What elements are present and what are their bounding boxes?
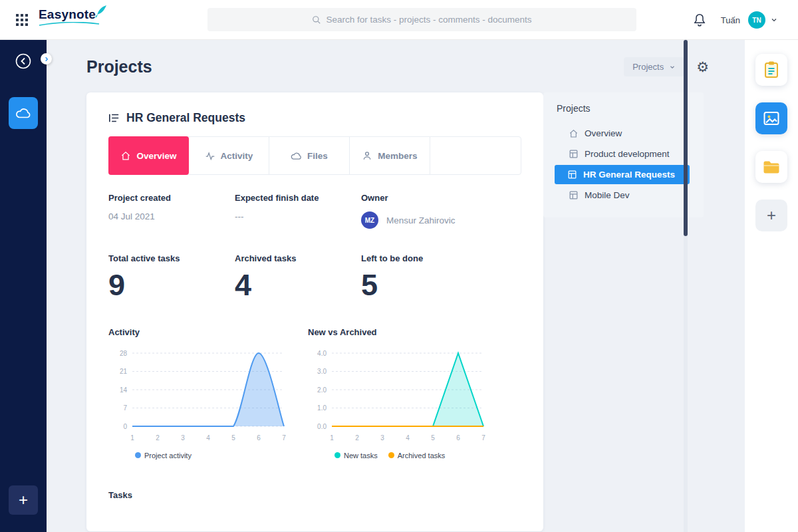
chevron-right-icon	[44, 57, 49, 62]
logo[interactable]: Easynote	[39, 7, 112, 26]
info-project-created: Project created 04 Jul 2021	[108, 193, 235, 229]
tab-files[interactable]: Files	[269, 137, 350, 174]
panel-item-mobile-dev[interactable]: Mobile Dev	[543, 185, 704, 205]
stat-label: Total active tasks	[108, 253, 235, 263]
vertical-scrollbar[interactable]	[684, 40, 688, 532]
user-avatar[interactable]: TN	[748, 11, 765, 29]
svg-text:0: 0	[123, 422, 127, 430]
svg-text:0.0: 0.0	[317, 422, 327, 430]
home-icon	[569, 129, 579, 138]
gear-icon[interactable]: ⚙	[696, 60, 709, 74]
home-icon	[120, 151, 131, 161]
apps-grid-icon[interactable]	[16, 14, 28, 26]
chart-legend: New tasksArchived tasks	[308, 452, 507, 460]
svg-text:2: 2	[156, 434, 160, 442]
legend-dot	[334, 452, 340, 458]
tab-label: Files	[307, 151, 328, 161]
logo-underline	[39, 22, 100, 26]
plus-icon: +	[767, 206, 776, 225]
activity-chart: Activity 071421281234567 Project activit…	[108, 327, 308, 460]
bell-icon[interactable]	[693, 13, 706, 27]
info-owner: Owner MZ Mensur Zahirovic	[361, 193, 487, 229]
topbar: Easynote Search for tasks - projects - c…	[0, 0, 798, 40]
search-bar[interactable]: Search for tasks - projects - comments -…	[207, 8, 636, 31]
chevron-down-icon[interactable]	[770, 16, 778, 24]
sidebar-expand-button[interactable]	[41, 53, 52, 65]
svg-text:7: 7	[481, 434, 485, 442]
tab-label: Activity	[221, 151, 253, 161]
clipboard-icon	[763, 61, 780, 79]
tab-members[interactable]: Members	[350, 137, 430, 174]
rail-add-button[interactable]: +	[755, 200, 787, 231]
panel-item-hr-general-requests[interactable]: HR General Requests	[555, 165, 690, 184]
stat-value: 9	[108, 269, 235, 302]
svg-text:3: 3	[181, 434, 185, 442]
project-stats-row: Total active tasks 9 Archived tasks 4 Le…	[108, 253, 521, 302]
svg-text:6: 6	[257, 434, 261, 442]
legend-item: Project activity	[135, 452, 192, 460]
sidebar-item-cloud[interactable]	[9, 97, 38, 129]
activity-icon	[205, 151, 215, 161]
panel-item-product-development[interactable]: Product development	[543, 144, 704, 164]
tabs-filler	[430, 137, 521, 174]
chevron-down-icon	[669, 64, 676, 70]
feather-icon	[94, 5, 108, 18]
info-label: Project created	[108, 193, 235, 203]
project-card: HR General Requests Overview	[86, 92, 543, 531]
new-vs-archived-chart-canvas: 0.01.02.03.04.01234567	[308, 346, 489, 444]
search-input[interactable]	[207, 8, 636, 31]
projects-panel: Projects Overview Product development	[543, 92, 704, 217]
tab-activity[interactable]: Activity	[189, 137, 269, 174]
info-value: 04 Jul 2021	[108, 211, 235, 221]
owner-avatar[interactable]: MZ	[361, 211, 378, 229]
tab-label: Members	[378, 151, 417, 161]
stat-total-active: Total active tasks 9	[108, 253, 235, 302]
panel-item-label: HR General Requests	[583, 170, 675, 180]
tab-overview[interactable]: Overview	[108, 136, 189, 175]
rail-projects-button[interactable]	[755, 102, 787, 134]
panel-item-label: Product development	[585, 149, 670, 159]
grid-icon	[569, 149, 579, 159]
legend-dot	[135, 452, 141, 458]
svg-text:1: 1	[130, 434, 134, 442]
app-body: + Projects Projects ⚙	[0, 40, 798, 532]
svg-text:6: 6	[456, 434, 460, 442]
panel-item-label: Mobile Dev	[585, 190, 630, 200]
svg-text:5: 5	[431, 434, 435, 442]
cloud-icon	[15, 107, 31, 119]
activity-chart-canvas: 071421281234567	[108, 346, 289, 444]
rail-notes-button[interactable]	[755, 54, 787, 86]
dropdown-label: Projects	[632, 62, 664, 72]
svg-text:7: 7	[282, 434, 286, 442]
stat-label: Archived tasks	[235, 253, 361, 263]
svg-text:2: 2	[355, 434, 359, 442]
svg-text:3.0: 3.0	[317, 368, 327, 375]
svg-text:21: 21	[120, 368, 128, 375]
sidebar-add-button[interactable]: +	[9, 485, 38, 515]
stat-label: Left to be done	[361, 253, 487, 263]
main-content: Projects Projects ⚙	[47, 40, 745, 532]
project-tabs: Overview Activity Files	[108, 136, 521, 175]
scrollbar-thumb[interactable]	[684, 40, 688, 236]
projects-view-dropdown[interactable]: Projects	[624, 57, 684, 76]
legend-dot	[388, 452, 394, 458]
project-info-row: Project created 04 Jul 2021 Expected fin…	[108, 193, 521, 229]
left-sidebar: +	[0, 40, 47, 532]
tab-label: Overview	[136, 151, 176, 161]
info-label: Expected finish date	[235, 193, 361, 203]
panel-title: Projects	[543, 103, 704, 114]
stat-value: 5	[361, 269, 487, 302]
rail-files-button[interactable]	[755, 151, 787, 183]
info-label: Owner	[361, 193, 487, 203]
svg-text:2.0: 2.0	[317, 386, 327, 393]
svg-text:4.0: 4.0	[317, 349, 327, 356]
grid-icon	[567, 170, 577, 180]
project-image-icon	[763, 110, 780, 126]
panel-item-overview[interactable]: Overview	[543, 123, 704, 144]
person-icon	[362, 150, 372, 161]
svg-text:5: 5	[231, 434, 235, 442]
collapse-back-button[interactable]	[15, 53, 31, 69]
owner-name: Mensur Zahirovic	[386, 215, 456, 225]
topbar-right: Tuấn TN	[693, 0, 778, 40]
stat-archived: Archived tasks 4	[235, 253, 361, 302]
